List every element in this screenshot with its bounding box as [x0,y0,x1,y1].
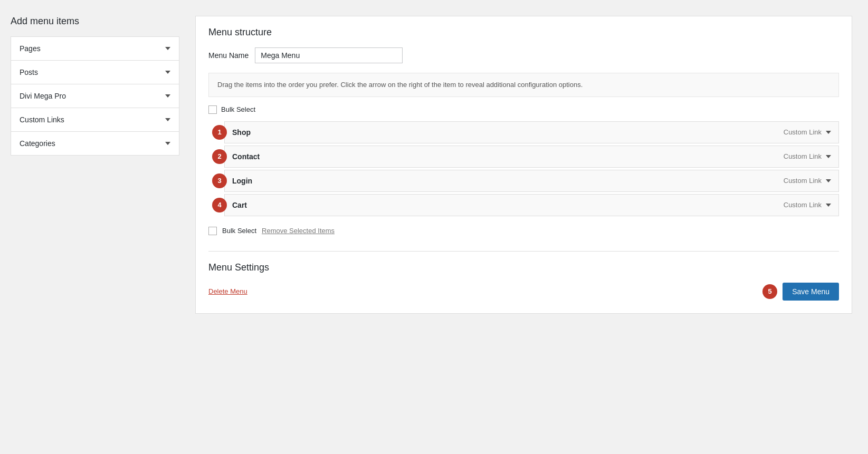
bottom-bulk-checkbox[interactable] [208,227,217,235]
remove-selected-button[interactable]: Remove Selected Items [262,227,335,235]
menu-item-cart-type: Custom Link [784,201,822,209]
bottom-actions-row: Delete Menu 5 Save Menu [208,283,839,301]
menu-item-contact-type: Custom Link [784,152,822,160]
chevron-down-icon [165,71,170,74]
accordion-item-custom-links-label: Custom Links [20,115,64,124]
menu-item-cart-name: Cart [232,201,784,209]
menu-structure-panel: Menu structure Menu Name Drag the items … [195,16,852,314]
save-menu-wrapper: 5 Save Menu [762,283,839,301]
accordion-item-categories-label: Categories [20,139,55,148]
accordion-item-posts[interactable]: Posts [11,61,179,84]
accordion-item-categories[interactable]: Categories [11,132,179,155]
accordion-item-pages[interactable]: Pages [11,37,179,61]
accordion-list: Pages Posts Divi Mega Pro Custom Links C… [11,36,179,156]
bottom-bulk-label: Bulk Select [222,227,256,235]
menu-item-shop-type: Custom Link [784,128,822,136]
menu-item-cart-expand-icon[interactable] [826,204,831,207]
chevron-down-icon [165,47,170,50]
menu-items-list: 1 Shop Custom Link 2 Contact Custom Link… [224,121,839,216]
menu-item-shop-badge: 1 [212,125,227,140]
add-menu-items-title: Add menu items [11,16,179,27]
menu-items-container: 1 Shop Custom Link 2 Contact Custom Link… [208,121,839,216]
menu-item-contact-name: Contact [232,152,784,161]
top-bulk-checkbox[interactable] [208,105,217,114]
menu-name-row: Menu Name [208,47,839,63]
chevron-down-icon [165,142,170,145]
menu-item-shop-name: Shop [232,128,784,137]
menu-name-input[interactable] [255,47,403,63]
top-bulk-label: Bulk Select [221,105,255,113]
menu-item-login: 3 Login Custom Link [224,170,839,192]
menu-item-login-expand-icon[interactable] [826,179,831,182]
menu-item-contact: 2 Contact Custom Link [224,146,839,168]
top-bulk-select-row: Bulk Select [208,105,839,114]
save-menu-button[interactable]: Save Menu [783,283,839,301]
menu-settings-section: Menu Settings Delete Menu 5 Save Menu [208,251,839,301]
delete-menu-button[interactable]: Delete Menu [208,287,247,295]
menu-item-contact-expand-icon[interactable] [826,155,831,158]
menu-structure-title: Menu structure [208,27,839,38]
menu-item-contact-badge: 2 [212,149,227,164]
menu-item-cart: 4 Cart Custom Link [224,194,839,216]
accordion-item-divi-mega-pro[interactable]: Divi Mega Pro [11,84,179,108]
accordion-item-custom-links[interactable]: Custom Links [11,108,179,132]
menu-item-login-name: Login [232,177,784,185]
menu-item-cart-badge: 4 [212,198,227,212]
menu-item-shop: 1 Shop Custom Link [224,121,839,143]
accordion-item-divi-mega-pro-label: Divi Mega Pro [20,92,66,100]
menu-item-login-badge: 3 [212,173,227,188]
menu-name-label: Menu Name [208,51,249,60]
accordion-item-posts-label: Posts [20,68,38,76]
chevron-down-icon [165,94,170,98]
menu-item-shop-expand-icon[interactable] [826,131,831,134]
save-menu-badge: 5 [762,284,777,299]
drag-instruction: Drag the items into the order you prefer… [208,73,839,97]
menu-settings-title: Menu Settings [208,262,839,273]
add-menu-items-panel: Add menu items Pages Posts Divi Mega Pro… [11,16,179,156]
accordion-item-pages-label: Pages [20,44,41,53]
bottom-bulk-select-row: Bulk Select Remove Selected Items [208,227,839,235]
menu-item-login-type: Custom Link [784,177,822,185]
chevron-down-icon [165,118,170,121]
